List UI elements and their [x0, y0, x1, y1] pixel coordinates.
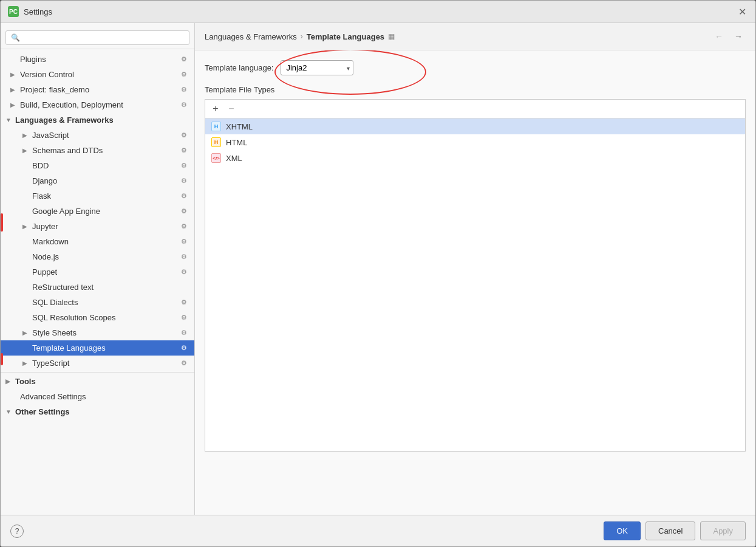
sidebar-item-django[interactable]: Django ⚙ — [1, 173, 194, 188]
sidebar-item-schemas-dtds[interactable]: ▶ Schemas and DTDs ⚙ — [1, 143, 194, 158]
sidebar-item-label: ReStructured text — [32, 283, 187, 292]
title-bar: PC Settings ✕ — [1, 1, 755, 23]
file-type-item-xml[interactable]: </> XML — [205, 150, 745, 166]
sidebar-item-jupyter[interactable]: ▶ Jupyter ⚙ — [1, 219, 194, 234]
sidebar-item-template-languages[interactable]: Template Languages ⚙ — [1, 340, 194, 356]
sidebar-item-tools[interactable]: ▶ Tools — [1, 374, 194, 389]
sidebar-item-plugins[interactable]: Plugins ⚙ — [1, 52, 194, 67]
xml-icon: </> — [211, 153, 221, 163]
main-content: Languages & Frameworks › Template Langua… — [195, 23, 755, 515]
collapse-arrow: ▼ — [5, 117, 13, 123]
sidebar-divider — [1, 372, 194, 373]
settings-icon: ⚙ — [181, 253, 187, 261]
html-icon: H — [211, 137, 221, 147]
sidebar-item-version-control[interactable]: ▶ Version Control ⚙ — [1, 67, 194, 82]
sidebar-item-label: Style Sheets — [32, 328, 179, 337]
settings-icon: ⚙ — [181, 329, 187, 337]
file-type-label: HTML — [226, 138, 247, 147]
dialog-body: Plugins ⚙ ▶ Version Control ⚙ ▶ Project:… — [1, 23, 755, 515]
select-annotation-wrapper: Jinja2 Django Mako None ▾ — [281, 60, 353, 75]
main-header: Languages & Frameworks › Template Langua… — [195, 23, 755, 50]
expand-arrow: ▶ — [22, 329, 30, 336]
header-actions: ← → — [712, 29, 746, 44]
sidebar-item-label: Other Settings — [15, 407, 187, 416]
left-accent-marker2 — [1, 353, 3, 365]
sidebar-item-label: JavaScript — [32, 131, 179, 140]
collapse-arrow: ▼ — [5, 408, 13, 415]
apply-button[interactable]: Apply — [700, 521, 746, 540]
nav-back-button[interactable]: ← — [712, 29, 726, 44]
sidebar-item-label: Version Control — [20, 70, 179, 79]
dialog-footer: ? OK Cancel Apply — [1, 515, 755, 546]
expand-arrow: ▶ — [22, 360, 30, 366]
settings-icon: ⚙ — [181, 238, 187, 246]
remove-file-type-button[interactable]: − — [225, 102, 238, 115]
sidebar-item-label: Languages & Frameworks — [15, 115, 187, 125]
sidebar-item-label: Template Languages — [32, 343, 179, 353]
breadcrumb-separator: › — [301, 32, 303, 41]
sidebar-item-label: Jupyter — [32, 222, 179, 231]
sidebar-item-markdown[interactable]: Markdown ⚙ — [1, 234, 194, 249]
settings-icon: ⚙ — [181, 55, 187, 63]
sidebar-item-style-sheets[interactable]: ▶ Style Sheets ⚙ — [1, 325, 194, 340]
template-language-row: Template language: Jinja2 Django Mako No… — [205, 60, 746, 75]
sidebar-item-label: Puppet — [32, 267, 179, 277]
breadcrumb-current: Template Languages — [307, 32, 384, 41]
sidebar-item-other-settings[interactable]: ▼ Other Settings — [1, 404, 194, 419]
settings-icon: ⚙ — [181, 344, 187, 352]
help-button[interactable]: ? — [10, 525, 24, 538]
template-language-select[interactable]: Jinja2 Django Mako None — [281, 60, 353, 75]
sidebar-item-label: Advanced Settings — [20, 392, 187, 401]
file-type-label: XML — [226, 154, 242, 163]
sidebar-item-label: SQL Resolution Scopes — [32, 313, 179, 322]
sidebar-item-project[interactable]: ▶ Project: flask_demo ⚙ — [1, 82, 194, 97]
sidebar-item-label: Build, Execution, Deployment — [20, 100, 179, 109]
sidebar-item-nodejs[interactable]: Node.js ⚙ — [1, 249, 194, 264]
cancel-button[interactable]: Cancel — [645, 521, 695, 540]
settings-icon: ⚙ — [181, 101, 187, 109]
sidebar-item-sql-resolution-scopes[interactable]: SQL Resolution Scopes ⚙ — [1, 310, 194, 325]
sidebar-item-label: Flask — [32, 191, 179, 201]
expand-arrow: ▶ — [22, 132, 30, 139]
sidebar-item-advanced-settings[interactable]: Advanced Settings — [1, 389, 194, 404]
sidebar-item-label: SQL Dialects — [32, 298, 179, 307]
expand-arrow: ▶ — [22, 223, 30, 230]
sidebar-item-build[interactable]: ▶ Build, Execution, Deployment ⚙ — [1, 97, 194, 112]
settings-icon: ⚙ — [181, 268, 187, 276]
sidebar-item-label: Node.js — [32, 252, 179, 261]
left-accent-marker — [1, 213, 3, 232]
sidebar: Plugins ⚙ ▶ Version Control ⚙ ▶ Project:… — [1, 23, 195, 515]
file-type-list: H XHTML H HTML </> XML — [205, 119, 745, 166]
sidebar-item-google-app-engine[interactable]: Google App Engine ⚙ — [1, 204, 194, 219]
sidebar-item-label: Django — [32, 176, 179, 185]
settings-icon: ⚙ — [181, 177, 187, 185]
sidebar-item-flask[interactable]: Flask ⚙ — [1, 188, 194, 204]
sidebar-item-label: Tools — [15, 377, 187, 386]
file-type-item-html[interactable]: H HTML — [205, 134, 745, 150]
template-language-label: Template language: — [205, 63, 273, 72]
file-type-label: XHTML — [226, 122, 253, 131]
settings-icon: ⚙ — [181, 192, 187, 200]
sidebar-item-javascript[interactable]: ▶ JavaScript ⚙ — [1, 128, 194, 143]
app-icon: PC — [8, 6, 19, 17]
search-bar — [1, 27, 194, 49]
settings-icon: ⚙ — [181, 86, 187, 94]
sidebar-item-languages-frameworks[interactable]: ▼ Languages & Frameworks — [1, 112, 194, 128]
ok-button[interactable]: OK — [604, 521, 641, 540]
file-type-item-xhtml[interactable]: H XHTML — [205, 119, 745, 134]
close-button[interactable]: ✕ — [736, 5, 748, 18]
sidebar-item-restructured-text[interactable]: ReStructured text — [1, 280, 194, 295]
add-file-type-button[interactable]: + — [209, 102, 222, 115]
sidebar-item-label: TypeScript — [32, 359, 179, 368]
sidebar-item-sql-dialects[interactable]: SQL Dialects ⚙ — [1, 295, 194, 310]
sidebar-item-puppet[interactable]: Puppet ⚙ — [1, 264, 194, 280]
sidebar-item-bdd[interactable]: BDD ⚙ — [1, 158, 194, 173]
sidebar-item-typescript[interactable]: ▶ TypeScript ⚙ — [1, 356, 194, 371]
footer-right: OK Cancel Apply — [604, 521, 746, 540]
search-input[interactable] — [5, 30, 189, 45]
sidebar-item-label: Google App Engine — [32, 207, 179, 216]
nav-forward-button[interactable]: → — [731, 29, 746, 44]
settings-icon: ⚙ — [181, 298, 187, 306]
grid-icon: ▦ — [388, 32, 395, 41]
settings-icon: ⚙ — [181, 314, 187, 322]
